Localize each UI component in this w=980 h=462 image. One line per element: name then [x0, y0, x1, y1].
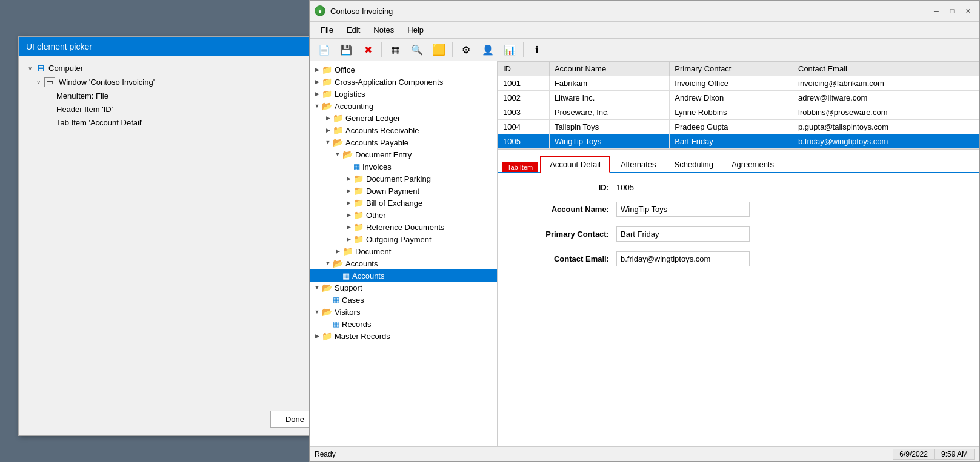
tree-item-header-id[interactable]: Header Item 'ID' — [21, 102, 324, 116]
nav-item-accounts-receivable[interactable]: ▶ 📁 Accounts Receivable — [310, 124, 497, 136]
col-account-name[interactable]: Account Name — [549, 62, 669, 76]
folder-icon-other: 📁 — [353, 210, 364, 220]
cell-email: invoicing@fabrikam.com — [793, 76, 979, 91]
toolbar-separator-3 — [523, 42, 524, 57]
col-primary-contact[interactable]: Primary Contact — [670, 62, 793, 76]
nav-label-accounts-parent: Accounts — [345, 259, 378, 268]
nav-item-outgoing-payment[interactable]: ▶ 📁 Outgoing Payment — [310, 233, 497, 245]
tabs-row: Account Detail Alternates Scheduling Agr… — [540, 154, 783, 172]
cell-contact: Andrew Dixon — [670, 91, 793, 105]
tree-item-computer[interactable]: ∨ 🖥 Computer — [21, 61, 324, 75]
toolbar-user-button[interactable]: 👤 — [478, 41, 498, 58]
nav-label-cross-app: Cross-Application Components — [335, 78, 443, 87]
cell-name: Proseware, Inc. — [549, 105, 669, 120]
tree-label-menuitem-file: MenuItem: File — [56, 91, 108, 101]
nav-item-logistics[interactable]: ▶ 📁 Logistics — [310, 88, 497, 100]
col-id[interactable]: ID — [498, 62, 550, 76]
toolbar-search-button[interactable]: 🔍 — [407, 41, 427, 58]
expand-document-parking: ▶ — [344, 174, 353, 183]
nav-label-other: Other — [366, 211, 386, 220]
cell-name: WingTip Toys — [549, 134, 669, 149]
tab-account-detail[interactable]: Account Detail — [540, 156, 610, 173]
menu-help[interactable]: Help — [401, 23, 430, 37]
cell-name: Tailspin Toys — [549, 120, 669, 134]
expand-outgoing-payment: ▶ — [344, 234, 353, 244]
primary-contact-input[interactable] — [616, 226, 750, 242]
close-button[interactable]: ✕ — [961, 4, 975, 18]
nav-item-other[interactable]: ▶ 📁 Other — [310, 209, 497, 221]
nav-label-logistics: Logistics — [335, 90, 365, 99]
expand-accounting: ▼ — [312, 101, 322, 111]
folder-icon-document: 📁 — [342, 246, 353, 256]
menu-edit[interactable]: Edit — [341, 23, 366, 37]
tab-agreements[interactable]: Agreements — [722, 156, 783, 173]
table-row[interactable]: 1004 Tailspin Toys Pradeep Gupta p.gupta… — [498, 120, 979, 134]
table-row[interactable]: 1001 Fabrikam Invoicing Office invoicing… — [498, 76, 979, 91]
tree-item-window[interactable]: ∨ ▭ Window 'Contoso Invoicing' — [21, 75, 324, 89]
tab-alternates[interactable]: Alternates — [612, 156, 665, 173]
nav-item-down-payment[interactable]: ▶ 📁 Down Payment — [310, 185, 497, 197]
toolbar-save-button[interactable]: 💾 — [336, 41, 356, 58]
nav-item-document-entry[interactable]: ▼ 📂 Document Entry — [310, 148, 497, 160]
toolbar-info-button[interactable]: ℹ — [527, 41, 547, 58]
nav-item-master-records[interactable]: ▶ 📁 Master Records — [310, 330, 497, 342]
nav-label-support: Support — [335, 283, 362, 292]
folder-icon-visitors: 📂 — [322, 307, 332, 317]
nav-item-support[interactable]: ▼ 📂 Support — [310, 282, 497, 294]
minimize-button[interactable]: ─ — [930, 4, 943, 18]
expand-invoices — [344, 162, 353, 171]
toolbar-delete-button[interactable]: ✖ — [358, 41, 378, 58]
nav-item-accounts[interactable]: ▦ Accounts — [310, 269, 497, 282]
contact-email-input[interactable] — [616, 251, 750, 266]
nav-item-accounts-parent[interactable]: ▼ 📂 Accounts — [310, 257, 497, 269]
nav-item-visitors[interactable]: ▼ 📂 Visitors — [310, 306, 497, 318]
maximize-button[interactable]: □ — [945, 4, 959, 18]
toolbar-yellow-button[interactable]: 🟨 — [429, 41, 448, 58]
folder-icon-reference-documents: 📁 — [353, 222, 364, 232]
toolbar-new-button[interactable]: 📄 — [315, 41, 334, 58]
nav-label-accounting: Accounting — [335, 102, 373, 111]
nav-item-accounts-payable[interactable]: ▼ 📂 Accounts Payable — [310, 136, 497, 148]
expand-accounts-parent: ▼ — [323, 259, 333, 268]
expand-other: ▶ — [344, 210, 353, 220]
folder-icon-master-records: 📁 — [322, 331, 332, 341]
nav-item-cross-app[interactable]: ▶ 📁 Cross-Application Components — [310, 76, 497, 88]
expand-visitors: ▼ — [312, 307, 322, 317]
nav-tree-panel: ▶ 📁 Office ▶ 📁 Cross-Application Compone… — [310, 61, 498, 446]
nav-item-document[interactable]: ▶ 📁 Document — [310, 245, 497, 257]
nav-item-bill-of-exchange[interactable]: ▶ 📁 Bill of Exchange — [310, 197, 497, 209]
menu-notes[interactable]: Notes — [367, 23, 400, 37]
tab-scheduling[interactable]: Scheduling — [665, 156, 722, 173]
account-name-input[interactable] — [616, 202, 750, 217]
tree-item-tab-account-detail[interactable]: Tab Item 'Account Detail' — [21, 116, 324, 129]
expand-accounts-receivable: ▶ — [323, 125, 333, 135]
table-row-selected[interactable]: 1005 WingTip Toys Bart Friday b.friday@w… — [498, 134, 979, 149]
nav-item-reference-documents[interactable]: ▶ 📁 Reference Documents — [310, 221, 497, 233]
folder-icon-document-entry: 📂 — [342, 150, 353, 159]
nav-item-office[interactable]: ▶ 📁 Office — [310, 64, 497, 76]
nav-item-accounting[interactable]: ▼ 📂 Accounting — [310, 100, 497, 112]
toolbar-separator-1 — [381, 42, 382, 57]
menu-file[interactable]: File — [315, 23, 339, 37]
nav-item-general-ledger[interactable]: ▶ 📁 General Ledger — [310, 112, 497, 124]
expand-document: ▶ — [333, 246, 342, 256]
toolbar-grid-button[interactable]: ▦ — [385, 41, 405, 58]
nav-item-cases[interactable]: ▦ Cases — [310, 294, 497, 306]
col-contact-email[interactable]: Contact Email — [793, 62, 979, 76]
nav-item-invoices[interactable]: ▦ Invoices — [310, 160, 497, 173]
folder-icon-support: 📂 — [322, 283, 332, 292]
tree-item-menuitem-file[interactable]: MenuItem: File — [21, 89, 324, 102]
nav-item-document-parking[interactable]: ▶ 📁 Document Parking — [310, 173, 497, 185]
expand-down-payment: ▶ — [344, 186, 353, 196]
folder-icon-accounts-payable: 📂 — [333, 137, 343, 147]
nav-label-visitors: Visitors — [335, 308, 360, 317]
toolbar-excel-button[interactable]: 📊 — [500, 41, 519, 58]
picker-tree: ∨ 🖥 Computer ∨ ▭ Window 'Contoso Invoici… — [19, 56, 327, 403]
menu-bar: File Edit Notes Help — [310, 22, 979, 39]
table-row[interactable]: 1003 Proseware, Inc. Lynne Robbins lrobb… — [498, 105, 979, 120]
nav-label-records: Records — [342, 320, 371, 329]
toolbar-settings-button[interactable]: ⚙ — [456, 41, 476, 58]
table-row[interactable]: 1002 Litware Inc. Andrew Dixon adrew@lit… — [498, 91, 979, 105]
nav-label-document-entry: Document Entry — [355, 150, 412, 159]
nav-item-records[interactable]: ▦ Records — [310, 318, 497, 330]
